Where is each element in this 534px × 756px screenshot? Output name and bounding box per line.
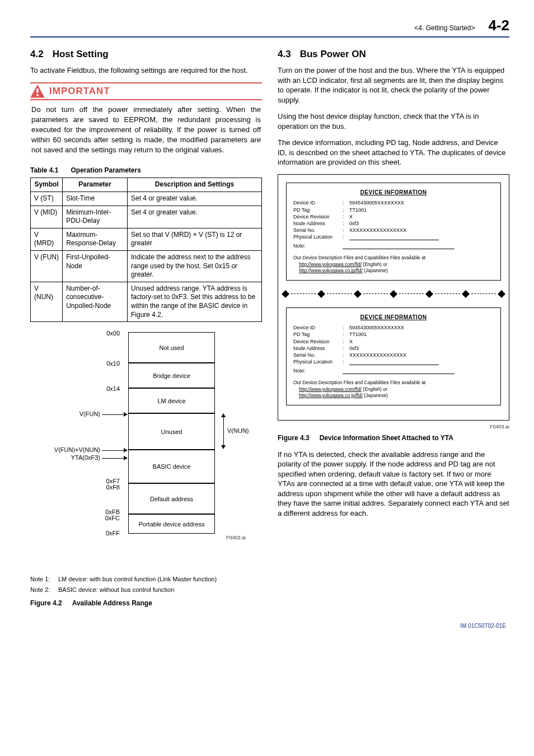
important-callout: IMPORTANT Do not turn off the power imme… <box>30 82 262 159</box>
device-info-links: Our Device Description Files and Capabil… <box>293 255 494 274</box>
diagram-code: F0402.ai <box>226 535 246 540</box>
cell: V (ST) <box>31 192 63 206</box>
important-label: IMPORTANT <box>49 86 110 97</box>
cell: V (FUN) <box>31 251 63 282</box>
section-4-2-num: 4.2 <box>30 49 44 60</box>
diagram-note-1: Note 1: LM device: with bus control func… <box>30 575 262 583</box>
table-4-1-num: Table 4.1 <box>30 166 58 174</box>
field-val: X <box>349 213 494 220</box>
arrow-icon <box>221 445 226 449</box>
field-key: Device ID <box>293 324 343 331</box>
link-english[interactable]: http://www.yokogawa.com/fld/ <box>299 262 362 267</box>
cell: Maximum-Response-Delay <box>63 228 128 250</box>
field-key: PD Tag <box>293 207 343 213</box>
th-description: Description and Settings <box>127 178 261 192</box>
cell: First-Unpolled-Node <box>63 251 128 282</box>
page-header: <4. Getting Started> 4-2 <box>30 17 509 38</box>
device-info-title: DEVICE INFORMATION <box>293 314 494 321</box>
section-4-2-intro: To activate Fieldbus, the following sett… <box>30 66 262 76</box>
avail-text: Our Device Description Files and Capabil… <box>293 380 494 386</box>
link-japanese[interactable]: http://www.yokogawa.co.jp/fld/ <box>299 268 363 273</box>
vfun-vnun-line <box>102 450 124 451</box>
tear-line-icon <box>278 286 509 302</box>
important-header: IMPORTANT <box>30 82 262 100</box>
device-info-card: DEVICE INFORMATION Device ID:5945430005X… <box>286 183 501 281</box>
device-info-links: Our Device Description Files and Capabil… <box>293 380 494 399</box>
cell: Number-of-consecutive-Unpolled-Node <box>63 282 128 321</box>
sheet-code: F0403.ai <box>278 424 509 430</box>
left-column: 4.2 Host Setting To activate Fieldbus, t… <box>30 45 262 607</box>
important-body: Do not turn off the power immediately af… <box>30 100 262 159</box>
operation-parameters-table: Symbol Parameter Description and Setting… <box>30 178 262 322</box>
svg-point-2 <box>36 94 39 96</box>
note-2-body: BASIC device: without bus control functi… <box>58 586 174 594</box>
svg-rect-1 <box>36 88 39 93</box>
cell: V (MRD) <box>31 228 63 250</box>
cell: Minimum-Inter-PDU-Delay <box>63 206 128 228</box>
th-parameter: Parameter <box>63 178 128 192</box>
avail-text: Our Device Description Files and Capabil… <box>293 255 494 261</box>
lang-japanese: (Japanese) <box>364 268 388 273</box>
field-val: XXXXXXXXXXXXXXXXX <box>349 352 494 358</box>
yta-line <box>102 458 124 459</box>
table-4-1-title: Operation Parameters <box>71 166 140 174</box>
device-info-card: DEVICE INFORMATION Device ID:5945430005X… <box>286 307 501 405</box>
table-row: V (MID) Minimum-Inter-PDU-Delay Set 4 or… <box>31 206 262 228</box>
field-key: Node Address <box>293 345 343 352</box>
cell: Unused address range. YTA address is fac… <box>127 282 261 321</box>
field-val: 5945430005XXXXXXXX <box>349 324 494 331</box>
field-key: Device Revision <box>293 338 343 345</box>
table-row: V (MRD) Maximum-Response-Delay Set so th… <box>31 228 262 250</box>
note-2-key: Note 2: <box>30 586 58 594</box>
figure-4-3-title: Device Information Sheet Attached to YTA <box>320 434 453 442</box>
lang-japanese: (Japanese) <box>364 393 388 398</box>
table-row: V (NUN) Number-of-consecutive-Unpolled-N… <box>31 282 262 321</box>
note-1-key: Note 1: <box>30 575 58 583</box>
section-4-3-p1: Turn on the power of the host and the bu… <box>278 66 509 105</box>
addr-0x14: 0x14 <box>30 385 120 392</box>
arrow-icon <box>124 412 128 417</box>
cell: Indicate the address next to the address… <box>127 251 261 282</box>
box-unused: Unused <box>128 413 215 450</box>
field-val: 5945430005XXXXXXXX <box>349 199 494 206</box>
footer-doc-id: IM 01C50T02-01E <box>30 623 509 629</box>
link-japanese[interactable]: http://www.yokogawa.co.jp/fld/ <box>299 393 363 398</box>
field-val <box>349 358 494 365</box>
lang-english: (English) or <box>363 262 387 267</box>
warning-triangle-icon <box>30 85 45 98</box>
field-val: X <box>349 338 494 345</box>
addr-0xfc: 0xFC <box>30 515 120 521</box>
section-4-3-p4: If no YTA is detected, check the availab… <box>278 450 509 519</box>
field-key: PD Tag <box>293 331 343 338</box>
field-key: Physical Location <box>293 358 343 365</box>
arrow-icon <box>221 413 226 417</box>
addr-yta: YTA(0xF3) <box>30 454 100 461</box>
field-key: Device ID <box>293 199 343 206</box>
box-not-used: Not used <box>128 332 215 363</box>
field-val <box>349 234 494 240</box>
section-4-3-p2: Using the host device display function, … <box>278 111 509 131</box>
figure-4-2-title: Available Address Range <box>72 599 152 607</box>
figure-4-2-caption: Figure 4.2 Available Address Range <box>30 599 262 607</box>
addr-0x00: 0x00 <box>30 330 120 337</box>
section-4-2-text: Host Setting <box>53 49 109 60</box>
addr-vfun-vnun: V(FUN)+V(NUN) <box>30 446 100 453</box>
addr-0x10: 0x10 <box>30 360 120 367</box>
cell: Slot-Time <box>63 192 128 206</box>
addr-vfun: V(FUN) <box>30 410 100 417</box>
field-val: 0xf3 <box>349 345 494 352</box>
arrow-icon <box>124 448 128 452</box>
device-info-sheet: DEVICE INFORMATION Device ID:5945430005X… <box>278 174 509 421</box>
field-val: 0xf3 <box>349 220 494 227</box>
field-key: Physical Location <box>293 234 343 240</box>
arrow-icon <box>124 456 128 460</box>
box-lm: LM device <box>128 388 215 413</box>
table-row: V (ST) Slot-Time Set 4 or greater value. <box>31 192 262 206</box>
link-english[interactable]: http://www.yokogawa.com/fld/ <box>299 386 362 392</box>
cell: V (MID) <box>31 206 63 228</box>
field-val: XXXXXXXXXXXXXXXXX <box>349 227 494 234</box>
field-key: Serial No. <box>293 352 343 358</box>
vfun-line <box>102 414 124 415</box>
field-val: TT1001 <box>349 331 494 338</box>
cell: Set so that V (MRD) × V (ST) is 12 or gr… <box>127 228 261 250</box>
